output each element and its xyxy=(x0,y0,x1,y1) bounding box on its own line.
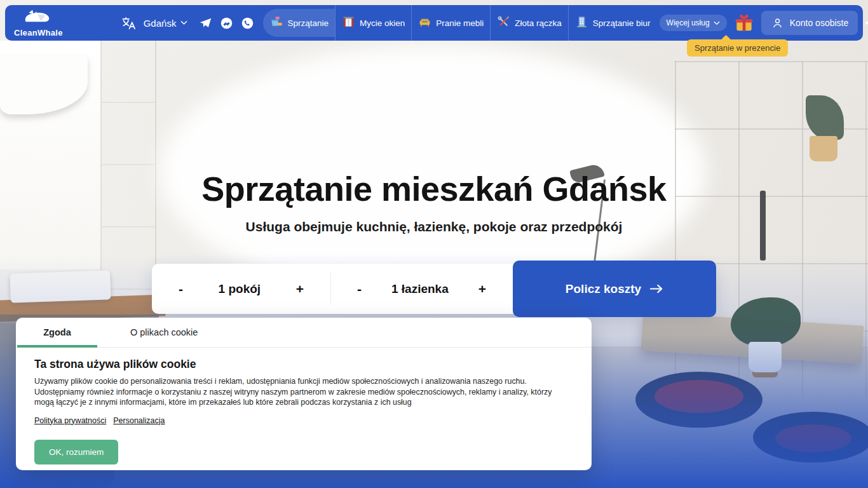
cookie-description: Używamy plików cookie do personalizowani… xyxy=(34,376,566,408)
account-button[interactable]: Konto osobiste xyxy=(761,11,858,35)
tab-label: Sprzątanie xyxy=(287,18,329,28)
language-city-group: Gdańsk xyxy=(121,16,188,30)
cookie-accept-button[interactable]: OK, rozumiem xyxy=(34,440,118,464)
page-subtitle: Usługa obejmuje kuchnię, łazienkę, pokoj… xyxy=(0,219,868,234)
bathrooms-stepper: - 1 łazienka + xyxy=(330,264,513,314)
personalization-link[interactable]: Personalizacja xyxy=(113,416,165,425)
rooms-increment-button[interactable]: + xyxy=(296,282,304,295)
bathrooms-decrement-button[interactable]: - xyxy=(357,282,362,295)
arrow-right-icon xyxy=(649,284,663,294)
person-icon xyxy=(771,17,784,30)
tab-o-plikach-cookie[interactable]: O plikach cookie xyxy=(124,318,204,347)
privacy-policy-link[interactable]: Polityka prywatności xyxy=(34,416,106,425)
cookie-dialog-body: Ta strona używa plików cookie Używamy pl… xyxy=(16,348,592,464)
account-label: Konto osobiste xyxy=(790,18,849,28)
cost-calculator: - 1 pokój + - 1 łazienka + Policz koszty xyxy=(152,264,716,314)
office-building-icon xyxy=(575,15,588,30)
more-services-button[interactable]: Więcej usług xyxy=(660,15,727,31)
background-plant-pot-top xyxy=(810,136,837,161)
cleanwhale-logo[interactable]: CleanWhale xyxy=(14,8,63,37)
gift-icon xyxy=(733,12,755,34)
gift-button[interactable] xyxy=(733,12,755,34)
tab-sprzatanie[interactable]: Sprzątanie xyxy=(263,9,335,37)
gift-tooltip: Sprzątanie w prezencie xyxy=(687,39,788,57)
calculate-costs-label: Policz koszty xyxy=(566,282,641,296)
tools-icon xyxy=(497,15,510,30)
city-selector[interactable]: Gdańsk xyxy=(144,18,188,29)
social-links xyxy=(199,17,254,30)
rooms-decrement-button[interactable]: - xyxy=(179,282,183,295)
menu-icon[interactable] xyxy=(865,17,868,29)
cookie-heading: Ta strona używa plików cookie xyxy=(34,358,573,371)
page-title: Sprzątanie mieszkań Gdańsk xyxy=(0,169,868,208)
more-services-label: Więcej usług xyxy=(667,18,710,27)
cookie-consent-dialog: Zgoda O plikach cookie Ta strona używa p… xyxy=(16,318,592,470)
tab-pranie-mebli[interactable]: Pranie mebli xyxy=(412,9,490,37)
tab-zgoda[interactable]: Zgoda xyxy=(16,318,98,347)
telegram-icon[interactable] xyxy=(199,17,212,30)
page: CleanWhale Gdańsk xyxy=(0,0,868,488)
tab-label: Złota rączka xyxy=(515,18,562,28)
bathrooms-value: 1 łazienka xyxy=(391,282,449,296)
tab-zlota-raczka[interactable]: Złota rączka xyxy=(491,9,568,37)
tab-label: Pranie mebli xyxy=(436,18,484,28)
whale-icon xyxy=(22,8,55,27)
top-navbar: CleanWhale Gdańsk xyxy=(5,5,863,41)
cookie-links: Polityka prywatności Personalizacja xyxy=(34,416,573,425)
tab-sprzatanie-biur[interactable]: Sprzątanie biur xyxy=(569,9,657,37)
cleaning-bucket-icon xyxy=(269,15,283,30)
sofa-icon xyxy=(418,15,431,30)
tab-label: Mycie okien xyxy=(360,18,405,28)
translate-icon[interactable] xyxy=(121,16,136,30)
bathrooms-increment-button[interactable]: + xyxy=(478,282,486,295)
tab-mycie-okien[interactable]: Mycie okien xyxy=(336,9,411,37)
tab-label: Sprzątanie biur xyxy=(593,18,651,28)
chevron-down-icon xyxy=(180,20,187,25)
window-icon xyxy=(342,15,355,30)
cookie-tabs: Zgoda O plikach cookie xyxy=(16,318,592,348)
rooms-stepper: - 1 pokój + xyxy=(152,264,330,314)
service-tabs: Sprzątanie Mycie okien xyxy=(263,5,656,41)
messenger-icon[interactable] xyxy=(220,17,233,30)
city-label: Gdańsk xyxy=(144,18,177,29)
logo-text: CleanWhale xyxy=(14,28,63,37)
rooms-value: 1 pokój xyxy=(219,282,261,296)
chevron-down-icon xyxy=(714,21,720,25)
calculate-costs-button[interactable]: Policz koszty xyxy=(513,261,716,317)
whatsapp-icon[interactable] xyxy=(241,17,254,30)
